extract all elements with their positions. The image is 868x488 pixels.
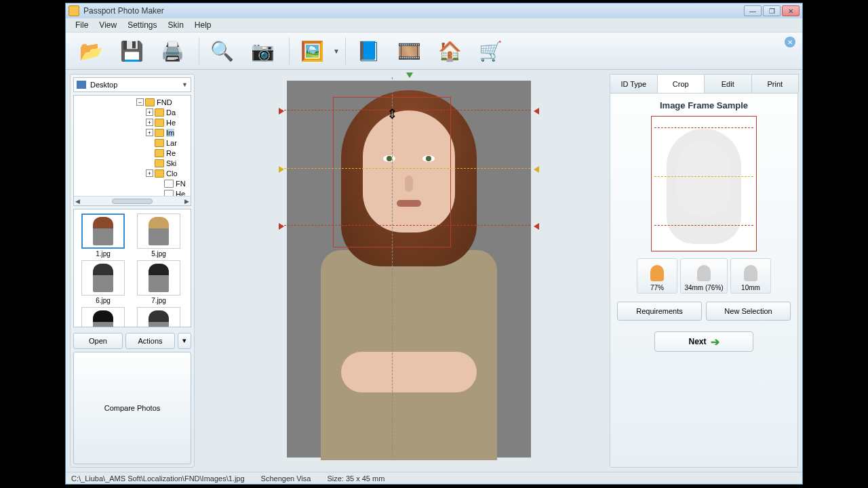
crop-frame[interactable]: ⇕ (333, 97, 451, 247)
arrow-right-icon: ➔ (711, 336, 719, 348)
actions-dropdown-icon[interactable]: ▾ (178, 333, 191, 349)
menu-help[interactable]: Help (189, 19, 217, 31)
new-selection-button[interactable]: New Selection (706, 302, 791, 321)
toolbar: 📂 💾 🖨️ 🔍 📷 🖼️ ▼ 📘 🎞️ 🏠 🛒 ✕ (66, 32, 802, 70)
tree-node[interactable]: Re (75, 148, 186, 158)
tab-edit[interactable]: Edit (704, 74, 752, 93)
thumbnail-item[interactable]: 9.jpg (132, 307, 185, 327)
close-button[interactable]: ✕ (782, 5, 800, 16)
guide-marker-icon[interactable] (279, 223, 284, 230)
statusbar: C:\_Liuba\_AMS Soft\Localization\FND\Ima… (66, 472, 802, 484)
save-icon[interactable]: 💾 (113, 35, 150, 66)
menu-view[interactable]: View (94, 19, 122, 31)
thumbnail-label: 6.jpg (96, 297, 111, 304)
crop-top-marker-icon[interactable] (406, 73, 413, 78)
guide-marker-icon[interactable] (279, 108, 284, 115)
film-reel-icon[interactable]: 🎞️ (391, 35, 427, 66)
guide-marker-icon[interactable] (534, 166, 539, 173)
home-icon[interactable]: 🏠 (431, 35, 468, 66)
print-icon[interactable]: 🖨️ (154, 35, 191, 66)
next-label: Next (688, 337, 706, 346)
tree-node[interactable]: Lar (75, 138, 186, 148)
chevron-down-icon: ▼ (182, 81, 188, 88)
zoom-person-icon[interactable]: 🔍 (203, 35, 240, 66)
tree-node[interactable]: +Im (75, 127, 186, 138)
menu-file[interactable]: File (70, 19, 94, 31)
help-book-icon[interactable]: 📘 (350, 35, 387, 66)
app-window: Passport Photo Maker — ❐ ✕ File View Set… (65, 3, 803, 485)
tree-node[interactable]: +Clo (75, 168, 186, 178)
folder-tree[interactable]: −FND+Da+He+ImLarReSki+CloFNHe ◀▶ (73, 95, 191, 206)
tree-node[interactable]: +Da (75, 107, 186, 117)
thumbnail-label: 7.jpg (151, 297, 166, 304)
menu-settings[interactable]: Settings (122, 19, 162, 31)
open-folder-icon[interactable]: 📂 (73, 35, 109, 66)
open-button[interactable]: Open (73, 333, 123, 349)
titlebar: Passport Photo Maker — ❐ ✕ (66, 3, 802, 18)
shopping-cart-icon[interactable]: 🛒 (472, 35, 509, 66)
status-size: Size: 35 x 45 mm (327, 474, 384, 483)
crop-panel: Image Frame Sample 77% 34mm (76%) 10mm R… (610, 93, 798, 468)
camera-icon[interactable]: 📷 (244, 35, 281, 66)
right-panel: ID Type Crop Edit Print Image Frame Samp… (610, 74, 798, 468)
crop-metrics: 77% 34mm (76%) 10mm (637, 258, 771, 293)
guide-marker-icon[interactable] (534, 108, 539, 115)
requirements-button[interactable]: Requirements (617, 302, 702, 321)
menubar: File View Settings Skin Help (66, 18, 802, 32)
right-tabs: ID Type Crop Edit Print (610, 74, 798, 93)
thumbnail-label: 1.jpg (96, 250, 111, 258)
editor-area: ⇕ (199, 74, 606, 468)
menu-skin[interactable]: Skin (163, 19, 189, 31)
metric-top-margin: 10mm (730, 258, 771, 293)
photo-canvas[interactable]: ⇕ (287, 81, 531, 458)
tree-node[interactable]: FN (75, 178, 186, 188)
left-panel: Desktop ▼ −FND+Da+He+ImLarReSki+CloFNHe … (70, 74, 195, 468)
tab-print[interactable]: Print (751, 74, 800, 93)
minimize-button[interactable]: — (744, 5, 762, 16)
thumbnail-item[interactable]: 5.jpg (132, 214, 185, 258)
window-title: Passport Photo Maker (83, 6, 164, 16)
app-icon (68, 5, 79, 16)
tab-crop[interactable]: Crop (657, 74, 705, 93)
tab-id-type[interactable]: ID Type (610, 74, 658, 93)
frame-sample (651, 116, 757, 251)
metric-head-height: 34mm (76%) (680, 258, 728, 293)
compare-photos-button[interactable]: Compare Photos (73, 352, 191, 465)
next-button[interactable]: Next ➔ (654, 331, 753, 352)
thumbnail-label: 5.jpg (151, 250, 166, 258)
status-path: C:\_Liuba\_AMS Soft\Localization\FND\Ima… (71, 474, 245, 483)
tree-node[interactable]: Ski (75, 158, 186, 168)
thumbnail-item[interactable]: 6.jpg (77, 260, 130, 304)
panel-close-icon[interactable]: ✕ (785, 37, 795, 47)
search-dropdown-icon[interactable]: ▼ (332, 35, 341, 66)
status-doctype: Schengen Visa (261, 474, 311, 483)
thumbnail-item[interactable]: 1.jpg (77, 214, 130, 258)
sample-title: Image Frame Sample (660, 100, 748, 110)
maximize-button[interactable]: ❐ (763, 5, 781, 16)
search-photo-icon[interactable]: 🖼️ (294, 35, 330, 66)
location-combo[interactable]: Desktop ▼ (73, 77, 191, 92)
actions-button[interactable]: Actions (125, 333, 175, 349)
metric-head-ratio: 77% (637, 258, 677, 293)
guide-marker-icon[interactable] (534, 223, 539, 230)
thumbnail-item[interactable]: 7.jpg (132, 260, 185, 304)
location-label: Desktop (90, 81, 117, 89)
tree-node[interactable]: −FND (75, 97, 186, 107)
desktop-icon (77, 81, 86, 89)
thumbnail-item[interactable]: 8.jpg (77, 307, 130, 327)
thumbnail-list: 1.jpg5.jpg6.jpg7.jpg8.jpg9.jpg...421169_… (73, 209, 191, 327)
tree-node[interactable]: +He (75, 117, 186, 127)
tree-scrollbar[interactable]: ◀▶ (74, 196, 191, 205)
guide-marker-icon[interactable] (279, 166, 284, 173)
